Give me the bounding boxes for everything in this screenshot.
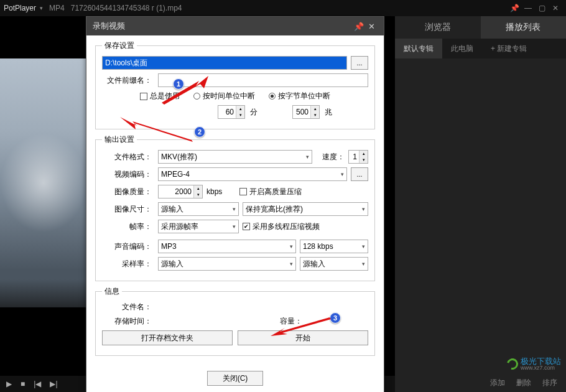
open-folder-button[interactable]: 打开存档文件夹 <box>102 330 233 345</box>
info-group: 信息 文件名： 存储时间： 容量： 打开存档文件夹 开始 <box>95 286 375 356</box>
tab-browser[interactable]: 浏览器 <box>395 16 481 39</box>
prefix-input[interactable] <box>158 73 368 87</box>
sort-button[interactable]: 排序 <box>542 378 557 388</box>
close-button[interactable]: ✕ <box>549 2 562 14</box>
watermark-logo-icon <box>505 357 521 372</box>
delete-button[interactable]: 删除 <box>516 378 531 388</box>
info-legend: 信息 <box>102 286 122 297</box>
prefix-label: 文件前缀名： <box>102 75 152 86</box>
app-name[interactable]: PotPlayer <box>4 4 36 12</box>
break-time-radio[interactable]: 按时间单位中断 <box>193 91 255 101</box>
maximize-button[interactable]: ▢ <box>535 2 549 14</box>
output-legend: 输出设置 <box>102 134 137 145</box>
titlebar: PotPlayer ▾ MP4 7172604544134745348 r (1… <box>0 0 566 16</box>
vcodec-select[interactable]: MPEG-4▾ <box>158 167 347 181</box>
pin-icon[interactable]: 📌 <box>508 2 521 14</box>
sidebar-tabs: 浏览器 播放列表 <box>395 16 566 39</box>
save-settings-group: 保存设置 ... 文件前缀名： 总是使用 按时间单位中断 按字节单位中断 60▴… <box>95 40 375 129</box>
sidebar-bottom: 添加 删除 排序 <box>395 373 566 392</box>
fps-select[interactable]: 采用源帧率▾ <box>158 220 239 233</box>
abitrate-select[interactable]: 128 kbps▾ <box>300 240 368 253</box>
multithread-checkbox[interactable]: ✔采用多线程压缩视频 <box>243 222 320 232</box>
size-select[interactable]: 源输入▾ <box>158 202 239 216</box>
playlist-subtabs: 默认专辑 此电脑 + 新建专辑 <box>395 39 566 58</box>
stop-icon[interactable]: ■ <box>21 380 25 388</box>
output-settings-group: 输出设置 文件格式： MKV(推荐)▾ 速度： 1▴▾ 视频编码： MPEG-4… <box>95 134 375 281</box>
bytes-stepper[interactable]: 500▴▾ <box>292 105 320 119</box>
minutes-stepper[interactable]: 60▴▾ <box>218 105 245 119</box>
dialog-titlebar: 录制视频 📌 ✕ <box>86 17 384 35</box>
prev-icon[interactable]: |◀ <box>34 380 41 388</box>
format-badge: MP4 <box>49 4 65 12</box>
acodec-select[interactable]: MP3▾ <box>158 240 296 253</box>
next-icon[interactable]: ▶| <box>50 380 57 388</box>
close-dialog-button[interactable]: 关闭(C) <box>207 371 263 386</box>
record-dialog: 录制视频 📌 ✕ 保存设置 ... 文件前缀名： 总是使用 按时间单位中断 按字… <box>86 16 384 392</box>
vcodec-more-button[interactable]: ... <box>351 167 368 181</box>
browse-button[interactable]: ... <box>351 56 368 70</box>
add-button[interactable]: 添加 <box>490 378 505 388</box>
start-button[interactable]: 开始 <box>238 330 368 345</box>
sidebar: 浏览器 播放列表 默认专辑 此电脑 + 新建专辑 添加 删除 排序 极光下载站 … <box>395 16 566 392</box>
app-menu-chevron-icon[interactable]: ▾ <box>40 5 43 11</box>
watermark: 极光下载站 www.xz7.com <box>507 357 561 371</box>
tab-playlist[interactable]: 播放列表 <box>481 16 567 39</box>
speed-stepper[interactable]: 1▴▾ <box>348 150 368 164</box>
hq-checkbox[interactable]: 开启高质量压缩 <box>239 187 302 197</box>
subtab-default-album[interactable]: 默认专辑 <box>395 39 442 58</box>
filename: 7172604544134745348 r (1).mp4 <box>71 4 182 12</box>
play-icon[interactable]: ▶ <box>6 380 12 388</box>
subtab-this-pc[interactable]: 此电脑 <box>442 39 482 58</box>
always-use-checkbox[interactable]: 总是使用 <box>140 91 180 101</box>
quality-stepper[interactable]: 2000▴▾ <box>158 185 203 198</box>
srate-select[interactable]: 源输入▾ <box>158 257 296 271</box>
subtab-new-album[interactable]: + 新建专辑 <box>482 39 536 58</box>
format-select[interactable]: MKV(推荐)▾ <box>158 150 312 164</box>
minimize-button[interactable]: — <box>521 2 535 14</box>
video-preview[interactable] <box>0 58 87 307</box>
dialog-title: 录制视频 <box>93 21 125 32</box>
dialog-pin-icon[interactable]: 📌 <box>353 22 365 31</box>
aspect-select[interactable]: 保持宽高比(推荐)▾ <box>243 202 368 216</box>
srate2-select[interactable]: 源输入▾ <box>300 257 368 271</box>
break-byte-radio[interactable]: 按字节单位中断 <box>269 91 330 101</box>
save-legend: 保存设置 <box>102 40 137 51</box>
dialog-close-icon[interactable]: ✕ <box>365 22 378 31</box>
save-path-input[interactable] <box>102 56 347 70</box>
